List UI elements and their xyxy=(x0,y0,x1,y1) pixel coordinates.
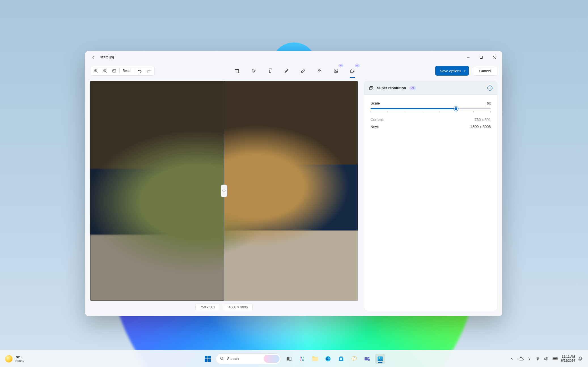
svg-rect-5 xyxy=(334,69,338,73)
new-dimensions: 4500 × 3006 xyxy=(224,304,253,311)
svg-point-22 xyxy=(353,359,354,359)
ai-badge-icon: AI xyxy=(355,64,360,67)
sun-icon xyxy=(5,355,12,362)
background-tool[interactable] xyxy=(315,66,324,76)
info-button[interactable]: i xyxy=(487,86,492,91)
taskbar-center: Search T xyxy=(203,353,385,364)
weather-widget[interactable]: 78°F Sunny xyxy=(0,355,24,362)
cancel-button[interactable]: Cancel xyxy=(473,66,497,76)
compare-slider-handle[interactable] xyxy=(221,185,227,197)
search-highlight xyxy=(264,355,280,363)
clock-date: 6/22/2024 xyxy=(561,359,575,362)
filter-tool[interactable] xyxy=(265,66,275,76)
copilot-button[interactable] xyxy=(297,354,307,364)
current-value: 750 x 501 xyxy=(475,118,491,122)
svg-rect-18 xyxy=(341,359,342,360)
undo-button[interactable] xyxy=(136,67,144,75)
edge-button[interactable] xyxy=(323,354,333,364)
weather-temp: 78°F xyxy=(15,355,24,359)
svg-point-4 xyxy=(253,70,255,72)
start-button[interactable] xyxy=(203,354,213,364)
fit-to-window-button[interactable] xyxy=(110,67,118,75)
super-resolution-tool[interactable]: AI xyxy=(348,66,357,76)
markup-tool[interactable] xyxy=(282,66,291,76)
zoom-in-button[interactable] xyxy=(92,67,100,75)
svg-point-20 xyxy=(354,357,354,358)
svg-rect-11 xyxy=(289,357,291,360)
weather-cond: Sunny xyxy=(15,359,24,362)
paint-button[interactable] xyxy=(349,354,359,364)
panel-title: Super resolution xyxy=(377,86,406,90)
erase-tool[interactable] xyxy=(298,66,308,76)
windows-logo-icon xyxy=(205,356,211,362)
edit-toolbar: Reset xyxy=(85,63,502,78)
photos-button[interactable] xyxy=(375,354,385,364)
workspace: 750 x 501 4500 × 3006 Super resolution A… xyxy=(85,78,502,316)
resize-icon xyxy=(369,86,373,90)
search-icon xyxy=(220,357,224,361)
zoom-cluster: Reset xyxy=(90,66,155,76)
scale-label: Scale xyxy=(371,101,380,105)
slider-thumb[interactable] xyxy=(454,106,458,111)
generative-fill-tool[interactable]: AI xyxy=(331,66,341,76)
battery-icon[interactable] xyxy=(553,357,558,360)
scale-slider[interactable] xyxy=(371,108,491,109)
svg-rect-0 xyxy=(480,56,482,58)
zoom-out-button[interactable] xyxy=(101,67,109,75)
clock-time: 11:11 AM xyxy=(561,355,575,359)
svg-point-9 xyxy=(221,357,223,359)
svg-rect-8 xyxy=(369,87,372,89)
wifi-icon[interactable] xyxy=(536,357,541,360)
desktop: lizard.jpg Reset xyxy=(0,0,588,367)
svg-rect-16 xyxy=(341,358,342,359)
save-options-button[interactable]: Save options ▾ xyxy=(435,66,469,76)
dimension-labels: 750 x 501 4500 × 3006 xyxy=(90,304,358,311)
super-resolution-panel: Super resolution AI i Scale 6x xyxy=(364,81,497,311)
adjust-tool[interactable] xyxy=(249,66,259,76)
minimize-button[interactable] xyxy=(462,51,475,63)
reset-button[interactable]: Reset xyxy=(121,67,133,75)
maximize-button[interactable] xyxy=(475,51,488,63)
new-label: New: xyxy=(371,125,379,129)
tray-overflow-button[interactable] xyxy=(510,357,515,360)
onedrive-icon[interactable] xyxy=(519,357,524,360)
svg-rect-7 xyxy=(351,70,353,72)
svg-point-6 xyxy=(335,70,336,71)
svg-point-28 xyxy=(538,360,538,360)
explorer-button[interactable] xyxy=(310,354,320,364)
svg-rect-31 xyxy=(558,358,558,359)
volume-icon[interactable] xyxy=(544,357,549,361)
photos-window: lizard.jpg Reset xyxy=(85,51,502,316)
save-label: Save options xyxy=(440,69,461,73)
ai-badge-icon: AI xyxy=(338,64,343,67)
svg-rect-14 xyxy=(339,357,343,361)
ai-badge: AI xyxy=(409,86,416,90)
window-title: lizard.jpg xyxy=(100,55,114,59)
notifications-button[interactable] xyxy=(578,357,583,361)
original-dimensions: 750 x 501 xyxy=(195,304,220,311)
clock[interactable]: 11:11 AM 6/22/2024 xyxy=(561,355,575,362)
redo-button[interactable] xyxy=(145,67,153,75)
compare-viewer[interactable] xyxy=(90,81,358,301)
edit-tools: AI AI xyxy=(232,66,357,76)
copilot-tray-icon[interactable] xyxy=(527,357,532,361)
svg-rect-15 xyxy=(340,358,341,359)
current-label: Current: xyxy=(371,118,384,122)
search-placeholder: Search xyxy=(227,357,239,361)
close-button[interactable] xyxy=(488,51,501,63)
back-button[interactable] xyxy=(89,53,98,61)
canvas-column: 750 x 501 4500 × 3006 xyxy=(90,81,358,311)
teams-button[interactable]: T xyxy=(362,354,372,364)
chevron-down-icon: ▾ xyxy=(464,69,466,72)
svg-rect-30 xyxy=(553,358,557,360)
crop-tool[interactable] xyxy=(232,66,242,76)
store-button[interactable] xyxy=(336,354,346,364)
panel-header: Super resolution AI i xyxy=(364,81,497,95)
titlebar: lizard.jpg xyxy=(85,51,502,63)
svg-text:T: T xyxy=(365,357,367,360)
svg-point-25 xyxy=(368,357,370,359)
scale-value: 6x xyxy=(487,101,491,105)
svg-rect-10 xyxy=(287,357,289,360)
task-view-button[interactable] xyxy=(284,354,294,364)
taskbar-search[interactable]: Search xyxy=(216,353,281,364)
